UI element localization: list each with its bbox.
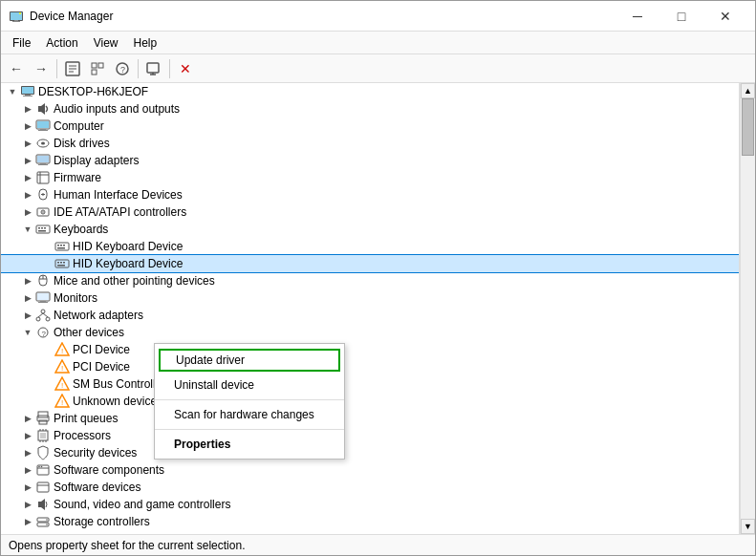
- svg-rect-51: [55, 260, 69, 267]
- expand-security[interactable]: ▶: [20, 445, 35, 460]
- tree-pci-1[interactable]: ▶ ! PCI Device: [1, 341, 739, 358]
- expand-sound[interactable]: ▶: [20, 497, 35, 512]
- menu-action[interactable]: Action: [38, 34, 85, 52]
- expand-audio[interactable]: ▶: [20, 101, 35, 117]
- tree-sw-dev[interactable]: ▶ Software devices: [1, 479, 739, 496]
- expand-keyboards[interactable]: ▼: [20, 222, 35, 237]
- tree-display[interactable]: ▶ Display adapters: [1, 152, 739, 169]
- toolbar-scan[interactable]: [142, 57, 165, 80]
- svg-rect-60: [37, 293, 49, 300]
- expand-processors[interactable]: ▶: [20, 428, 35, 443]
- expand-hid[interactable]: ▶: [20, 187, 35, 203]
- expand-other[interactable]: ▼: [20, 325, 35, 340]
- tree-sound[interactable]: ▶ Sound, video and game controllers: [1, 496, 739, 513]
- expand-mice[interactable]: ▶: [20, 273, 35, 289]
- toolbar-separator-1: [56, 59, 57, 78]
- svg-rect-41: [36, 225, 50, 233]
- keyboards-label: Keyboards: [54, 223, 108, 236]
- tree-network[interactable]: ▶ Network adapters: [1, 307, 739, 324]
- tree-firmware[interactable]: ▶ Firmware: [1, 169, 739, 186]
- expand-storage[interactable]: ▶: [20, 514, 35, 529]
- expand-computer[interactable]: ▶: [20, 118, 35, 134]
- minimize-button[interactable]: ─: [616, 1, 659, 32]
- scroll-track[interactable]: [741, 98, 755, 519]
- svg-rect-9: [92, 63, 97, 68]
- scroll-thumb[interactable]: [742, 98, 754, 156]
- close-button[interactable]: ✕: [703, 1, 747, 32]
- svg-rect-78: [38, 412, 48, 417]
- tree-unknown[interactable]: ▶ ! Unknown device: [1, 393, 739, 410]
- tree-keyboards[interactable]: ▼ Keyboards: [1, 221, 739, 238]
- ctx-separator: [155, 399, 344, 400]
- svg-rect-19: [25, 95, 31, 96]
- tree-ide[interactable]: ▶ IDE ATA/ATAPI controllers: [1, 203, 739, 221]
- scroll-down-button[interactable]: ▼: [741, 519, 755, 534]
- tree-storage[interactable]: ▶ Storage controllers: [1, 513, 739, 530]
- expand-root[interactable]: ▼: [5, 84, 20, 99]
- svg-point-40: [42, 211, 44, 213]
- ctx-scan[interactable]: Scan for hardware changes: [155, 403, 344, 426]
- tree-sw-comp[interactable]: ▶ Software components: [1, 461, 739, 479]
- svg-text:?: ?: [120, 65, 125, 75]
- scroll-up-button[interactable]: ▲: [741, 83, 755, 98]
- svg-text:!: !: [61, 381, 63, 390]
- ctx-update-driver[interactable]: Update driver: [159, 349, 340, 372]
- toolbar-forward[interactable]: →: [30, 57, 53, 80]
- tree-pci-2[interactable]: ▶ ! PCI Device: [1, 358, 739, 375]
- tree-root[interactable]: ▼ DESKTOP-H6KJEOF: [1, 83, 739, 100]
- tree-processors[interactable]: ▶ Processors: [1, 427, 739, 444]
- firmware-label: Firmware: [54, 171, 101, 184]
- menu-view[interactable]: View: [86, 34, 126, 52]
- expand-print[interactable]: ▶: [20, 411, 35, 426]
- toolbar-back[interactable]: ←: [5, 57, 28, 80]
- svg-rect-53: [60, 262, 62, 264]
- expand-ide[interactable]: ▶: [20, 204, 35, 220]
- ctx-properties[interactable]: Properties: [155, 433, 344, 456]
- expand-sw-dev[interactable]: ▶: [20, 480, 35, 495]
- pci-1-label: PCI Device: [73, 343, 130, 356]
- tree-other[interactable]: ▼ ? Other devices: [1, 324, 739, 341]
- toolbar-help[interactable]: ?: [111, 57, 134, 80]
- ctx-uninstall[interactable]: Uninstall device: [155, 374, 344, 396]
- tree-computer[interactable]: ▶ Computer: [1, 118, 739, 135]
- tree-hid-kbd-2[interactable]: ▶ HID Keyboard Device: [1, 255, 739, 272]
- svg-rect-46: [55, 243, 69, 250]
- toolbar-separator-2: [138, 59, 139, 78]
- tree-monitors[interactable]: ▶ Monitors: [1, 289, 739, 307]
- tree-disk[interactable]: ▶ Disk drives: [1, 135, 739, 152]
- tree-mice[interactable]: ▶ Mice and other pointing devices: [1, 272, 739, 289]
- title-text: Device Manager: [30, 10, 113, 23]
- svg-text:!: !: [61, 364, 63, 373]
- sound-icon: [35, 497, 51, 512]
- tree-print[interactable]: ▶ Print queues: [1, 410, 739, 427]
- tree-hid[interactable]: ▶ Human Interface Devices: [1, 186, 739, 203]
- toolbar-properties[interactable]: [61, 57, 84, 80]
- expand-disk[interactable]: ▶: [20, 136, 35, 151]
- svg-rect-45: [38, 230, 46, 232]
- toolbar-collapse[interactable]: [86, 57, 109, 80]
- expand-firmware[interactable]: ▶: [20, 170, 35, 185]
- expand-network[interactable]: ▶: [20, 308, 35, 323]
- toolbar-remove[interactable]: ✕: [174, 57, 197, 80]
- svg-rect-24: [40, 129, 46, 130]
- tree-smbus[interactable]: ▶ ! SM Bus Controller: [1, 375, 739, 393]
- expand-display[interactable]: ▶: [20, 153, 35, 168]
- tree-audio[interactable]: ▶ Audio inputs and outputs: [1, 100, 739, 118]
- storage-icon: [35, 514, 51, 529]
- vertical-scrollbar[interactable]: ▲ ▼: [740, 83, 755, 534]
- maximize-button[interactable]: □: [659, 1, 703, 32]
- svg-point-99: [46, 524, 48, 525]
- hid-label: Human Interface Devices: [54, 188, 183, 202]
- svg-rect-25: [38, 130, 48, 131]
- svg-rect-44: [44, 227, 46, 229]
- expand-sw-comp[interactable]: ▶: [20, 462, 35, 478]
- menu-file[interactable]: File: [5, 34, 38, 52]
- tree-hid-kbd-1[interactable]: ▶ HID Keyboard Device: [1, 238, 739, 255]
- hid-kbd-2-icon: [54, 256, 70, 271]
- expand-monitors[interactable]: ▶: [20, 290, 35, 306]
- device-tree[interactable]: ▼ DESKTOP-H6KJEOF ▶ Audio inputs and out…: [1, 83, 740, 534]
- smbus-label: SM Bus Controller: [73, 377, 165, 391]
- security-icon: [35, 445, 51, 460]
- menu-help[interactable]: Help: [126, 34, 165, 52]
- tree-security[interactable]: ▶ Security devices: [1, 444, 739, 461]
